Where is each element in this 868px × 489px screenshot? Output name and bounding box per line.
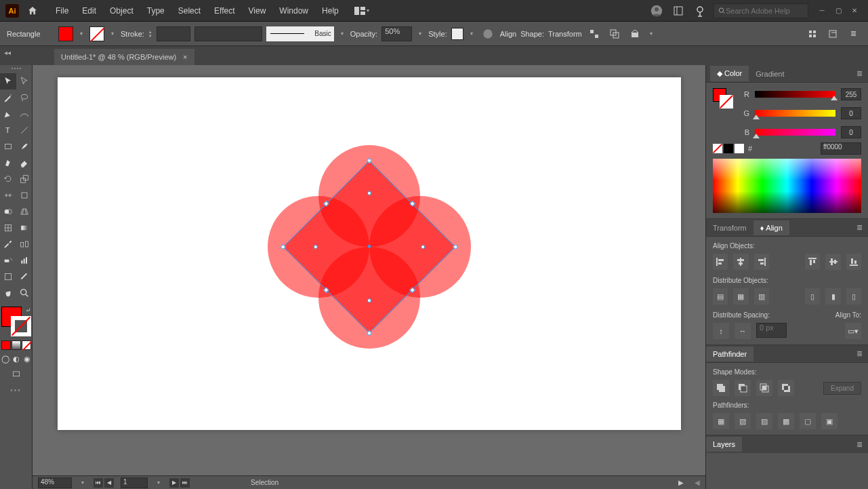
unite-button[interactable] [713,380,729,396]
doc-setup-icon[interactable] [825,26,841,42]
menu-view[interactable]: View [242,2,273,20]
user-icon[interactable] [647,1,666,20]
shaper-tool[interactable] [0,155,16,171]
brush-definition[interactable]: Basic [266,26,334,41]
eyedropper-tool[interactable] [0,236,16,252]
g-slider[interactable] [755,110,835,117]
align-bottom-button[interactable] [846,254,861,270]
stroke-dropdown[interactable]: ▾ [108,31,117,37]
align-to-button[interactable]: ▭▾ [845,323,861,339]
pen-tool[interactable] [0,106,16,122]
minus-back-button[interactable]: ▣ [821,413,838,429]
menu-object[interactable]: Object [103,2,140,20]
shape-builder-tool[interactable] [0,203,16,220]
tab-transform[interactable]: Transform [706,220,753,235]
line-tool[interactable] [16,122,33,138]
isolate-icon[interactable] [586,26,602,42]
hand-tool[interactable] [0,285,16,301]
canvas-viewport[interactable] [33,65,705,475]
search-box[interactable] [714,3,808,18]
direct-selection-tool[interactable] [16,73,33,90]
scroll-right-icon[interactable]: ▶ [678,479,684,486]
slice-tool[interactable] [16,269,33,285]
blend-tool[interactable] [16,236,33,252]
draw-behind-icon[interactable]: ◐ [12,354,21,364]
column-graph-tool[interactable] [16,252,33,269]
artboard-tool[interactable] [0,269,16,285]
edit-pattern-icon[interactable] [627,26,643,42]
black-swatch[interactable] [724,144,733,153]
color-panel-fill-stroke[interactable] [713,88,733,109]
b-value[interactable]: 0 [841,126,861,138]
align-hcenter-button[interactable] [733,254,748,270]
edit-clip-icon[interactable] [606,26,623,42]
document-tab[interactable]: Untitled-1* @ 48 % (RGB/Preview) × [54,49,194,65]
close-button[interactable]: ✕ [848,6,861,16]
artboard-nav-dropdown[interactable]: ▾ [154,480,163,486]
brush-dropdown[interactable]: ▾ [338,31,346,37]
fill-swatch[interactable] [58,26,73,41]
hdist-left-button[interactable]: ▯ [805,288,820,305]
align-top-button[interactable] [805,254,820,270]
edit-toolbar-icon[interactable]: ••• [10,387,22,394]
vdist-bottom-button[interactable]: ▥ [754,288,769,305]
minimize-button[interactable]: ─ [815,6,829,16]
shape-label[interactable]: Shape: [520,30,544,38]
vdist-top-button[interactable]: ▤ [713,288,728,305]
hex-input[interactable]: ff0000 [821,142,861,155]
arrange-docs-icon[interactable] [669,1,688,20]
spacing-input[interactable]: 0 px [756,323,787,338]
search-input[interactable] [726,7,804,15]
tab-gradient[interactable]: Gradient [749,66,791,81]
minus-front-button[interactable] [735,380,751,396]
menu-type[interactable]: Type [140,2,171,20]
home-icon[interactable] [24,3,41,19]
divide-button[interactable]: ▦ [713,413,729,429]
gpu-icon[interactable] [690,1,709,20]
screen-mode-icon[interactable] [8,366,24,383]
intersect-button[interactable] [756,380,772,396]
paintbrush-tool[interactable] [16,138,33,155]
align-left-button[interactable] [713,254,728,270]
draw-inside-icon[interactable]: ◉ [22,354,32,364]
color-mode-icon[interactable] [1,340,11,350]
vdist-space-button[interactable]: ↕ [713,323,729,339]
rectangle-tool[interactable] [0,138,16,155]
color-panel-menu-icon[interactable]: ≣ [851,69,868,78]
zoom-tool[interactable] [16,285,33,301]
panel-menu-icon[interactable]: ≣ [845,26,861,42]
workspace-switcher-icon[interactable]: ▾ [352,1,371,20]
opacity-dropdown[interactable]: ▾ [416,31,424,37]
style-dropdown[interactable]: ▾ [468,31,476,37]
prefs-icon[interactable] [804,26,821,42]
eraser-tool[interactable] [16,155,33,171]
color-spectrum[interactable] [713,159,861,213]
rotate-tool[interactable] [0,171,16,187]
align-vcenter-button[interactable] [825,254,840,270]
lasso-tool[interactable] [16,90,33,106]
trim-button[interactable]: ▧ [735,413,751,429]
tab-pathfinder[interactable]: Pathfinder [706,347,753,361]
menu-help[interactable]: Help [315,2,346,20]
last-artboard-button[interactable]: ⏭ [180,478,190,488]
maximize-button[interactable]: ▢ [831,6,845,16]
stroke-swatch[interactable] [89,26,104,41]
vdist-center-button[interactable]: ▦ [733,288,748,305]
hdist-space-button[interactable]: ↔ [735,323,751,339]
merge-button[interactable]: ▨ [756,413,772,429]
close-tab-icon[interactable]: × [183,53,187,61]
style-swatch[interactable] [451,28,463,40]
artboard-nav-input[interactable]: 1 [121,477,148,488]
collapse-panels-icon[interactable]: ◂◂ [4,49,11,56]
pathfinder-panel-menu-icon[interactable]: ≣ [851,349,868,358]
artboard[interactable] [58,77,681,430]
hdist-right-button[interactable]: ▯ [846,288,861,305]
recolor-icon[interactable] [480,26,496,42]
none-mode-icon[interactable] [22,340,31,350]
selection-tool[interactable] [0,73,16,90]
hdist-center-button[interactable]: ▮ [825,288,840,305]
toolbox-stroke[interactable] [11,316,31,336]
swap-fill-stroke-icon[interactable]: ⤾ [26,307,31,313]
align-panel-menu-icon[interactable]: ≣ [851,223,868,232]
align-right-button[interactable] [754,254,769,270]
